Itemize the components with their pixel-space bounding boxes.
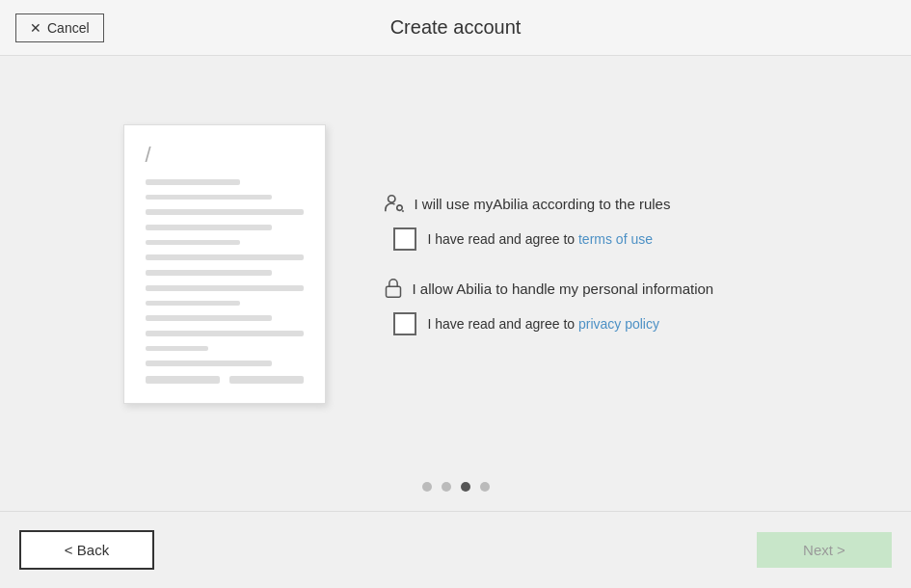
agreement-1-header: I will use myAbilia according to the rul… (384, 193, 789, 214)
svg-point-1 (396, 205, 402, 211)
svg-point-0 (388, 196, 394, 202)
doc-line (146, 285, 304, 291)
doc-slash-icon: / (146, 145, 304, 166)
privacy-label: I have read and agree to privacy policy (428, 316, 659, 332)
dot-1 (422, 482, 432, 492)
cancel-label: Cancel (47, 20, 90, 36)
page-title: Create account (390, 16, 522, 39)
doc-line (146, 315, 272, 321)
doc-line (146, 209, 304, 215)
terms-label: I have read and agree to terms of use (428, 231, 653, 247)
agreement-group-1: I will use myAbilia according to the rul… (384, 193, 789, 251)
doc-line (146, 179, 240, 185)
doc-line (146, 195, 272, 200)
next-button: Next > (757, 532, 892, 568)
doc-line (146, 240, 240, 246)
doc-line (146, 270, 272, 276)
document-illustration: / (123, 124, 326, 404)
cancel-button[interactable]: ✕ Cancel (15, 13, 104, 42)
privacy-checkbox-row: I have read and agree to privacy policy (384, 312, 789, 335)
doc-line (146, 301, 240, 307)
doc-line (146, 361, 272, 366)
svg-rect-2 (386, 286, 400, 297)
terms-checkbox[interactable] (393, 227, 416, 251)
privacy-prefix: I have read and agree to (428, 316, 578, 332)
footer: < Back Next > (0, 511, 911, 588)
agreement-group-2: I allow Abilia to handle my personal inf… (384, 278, 789, 335)
doc-line (146, 346, 209, 352)
privacy-checkbox[interactable] (393, 312, 416, 335)
agreements-section: I will use myAbilia according to the rul… (384, 193, 789, 335)
back-button[interactable]: < Back (19, 530, 154, 570)
dot-4 (480, 482, 490, 492)
person-rules-icon (384, 193, 405, 214)
main-content: / (0, 56, 911, 472)
dot-2 (442, 482, 451, 492)
agreement-2-text: I allow Abilia to handle my personal inf… (413, 281, 714, 297)
dot-3-active (461, 482, 470, 492)
terms-checkbox-row: I have read and agree to terms of use (384, 227, 789, 251)
pagination-dots (0, 472, 911, 511)
agreement-1-text: I will use myAbilia according to the rul… (415, 196, 671, 212)
lock-icon (384, 278, 403, 299)
doc-line (146, 376, 220, 384)
doc-line (146, 254, 304, 260)
doc-line (146, 331, 304, 336)
header: ✕ Cancel Create account (0, 0, 911, 56)
terms-prefix: I have read and agree to (428, 231, 578, 247)
agreement-2-header: I allow Abilia to handle my personal inf… (384, 278, 789, 299)
x-icon: ✕ (30, 20, 41, 36)
doc-line (146, 225, 272, 230)
doc-line (229, 376, 304, 384)
privacy-policy-link[interactable]: privacy policy (578, 316, 659, 332)
terms-of-use-link[interactable]: terms of use (578, 231, 653, 247)
